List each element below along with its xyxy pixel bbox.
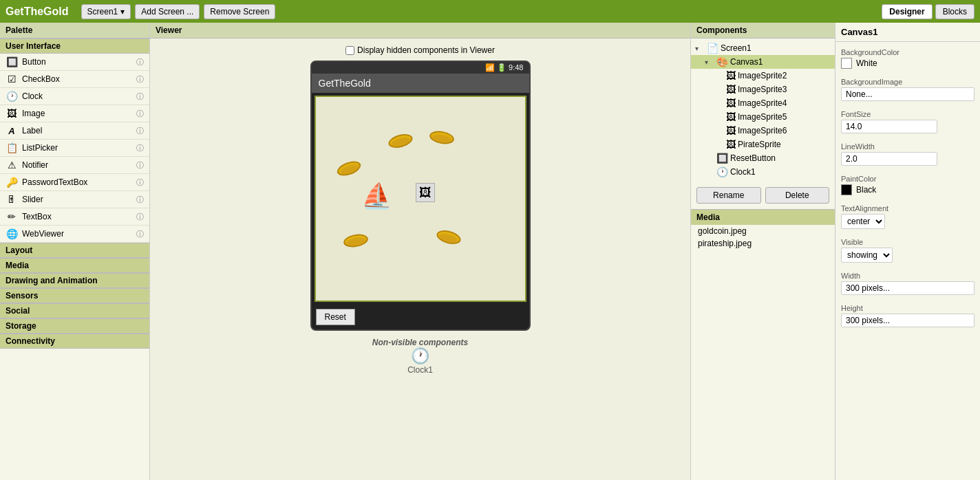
info-icon-5[interactable]: ⓘ — [136, 126, 144, 136]
palette-item-slider[interactable]: 🎚 Slider ⓘ — [0, 191, 149, 208]
resetbtn-icon: 🔲 — [716, 153, 728, 164]
visible-select[interactable]: showing hidden — [841, 248, 893, 263]
bg-image-label: BackgroundImage — [841, 78, 974, 86]
screen-selector[interactable]: Screen1 ▾ — [81, 4, 131, 19]
paint-color-text: Black — [856, 185, 876, 195]
canvas1-icon: 🎨 — [716, 56, 728, 67]
palette-item-checkbox[interactable]: ☑ CheckBox ⓘ — [0, 71, 149, 88]
reset-button-phone[interactable]: Reset — [312, 305, 529, 329]
blocks-button[interactable]: Blocks — [935, 4, 974, 19]
info-icon-7[interactable]: ⓘ — [136, 160, 144, 171]
tree-item-imagesprite6[interactable]: ▾ 🖼 ImageSprite6 — [691, 124, 835, 138]
phone-app-title: GetTheGold — [312, 74, 529, 93]
info-icon-3[interactable]: ⓘ — [136, 91, 144, 102]
textalign-label: TextAlignment — [841, 204, 974, 212]
fontsize-label: FontSize — [841, 110, 974, 118]
app-title: GetTheGold — [6, 6, 69, 18]
bg-color-label: BackgroundColor — [841, 48, 974, 56]
info-icon-2[interactable]: ⓘ — [136, 74, 144, 85]
palette-item-notifier[interactable]: ⚠ Notifier ⓘ — [0, 157, 149, 174]
tree-item-clock1[interactable]: ▾ 🕐 Clock1 — [691, 165, 835, 179]
tree-item-imagesprite2[interactable]: ▾ 🖼 ImageSprite2 — [691, 69, 835, 83]
sprite-icon-3: 🖼 — [726, 84, 736, 95]
status-icons: 📶 🔋 9:48 — [485, 63, 524, 72]
section-user-interface[interactable]: User Interface — [0, 39, 149, 54]
button-icon: 🔲 — [6, 56, 18, 68]
sprite-icon-2: 🖼 — [726, 70, 736, 81]
properties-panel: Canvas1 BackgroundColor White Background… — [835, 23, 980, 480]
section-storage[interactable]: Storage — [0, 318, 149, 334]
coin-1 — [387, 132, 414, 151]
palette-item-label[interactable]: A Label ⓘ — [0, 122, 149, 140]
info-icon[interactable]: ⓘ — [136, 57, 144, 67]
prop-paintcolor: PaintColor Black — [835, 168, 980, 198]
image-icon: 🖼 — [6, 107, 18, 120]
prop-width: Width — [835, 265, 980, 298]
section-drawing[interactable]: Drawing and Animation — [0, 273, 149, 288]
section-connectivity[interactable]: Connectivity — [0, 334, 149, 349]
palette-item-listpicker[interactable]: 📋 ListPicker ⓘ — [0, 140, 149, 157]
info-icon-9[interactable]: ⓘ — [136, 195, 144, 205]
palette-panel: Palette User Interface 🔲 Button ⓘ ☑ Chec… — [0, 23, 150, 480]
palette-item-webviewer[interactable]: 🌐 WebViewer ⓘ — [0, 226, 149, 243]
width-input[interactable] — [841, 281, 974, 295]
tree-item-canvas1[interactable]: ▾ 🎨 Canvas1 — [691, 55, 835, 69]
section-social[interactable]: Social — [0, 303, 149, 318]
clock-icon-nv: 🕐 — [372, 347, 468, 365]
info-icon-11[interactable]: ⓘ — [136, 229, 144, 239]
prop-height: Height — [835, 298, 980, 330]
media-item-pirateship: pirateship.jpeg — [691, 237, 835, 250]
hidden-components-checkbox[interactable] — [345, 46, 354, 55]
add-screen-button[interactable]: Add Screen ... — [135, 4, 200, 19]
topbar: GetTheGold Screen1 ▾ Add Screen ... Remo… — [0, 0, 980, 23]
prop-fontsize: FontSize — [835, 104, 980, 136]
tree-item-imagesprite3[interactable]: ▾ 🖼 ImageSprite3 — [691, 83, 835, 96]
delete-button[interactable]: Delete — [765, 187, 830, 204]
textalign-select[interactable]: center left right — [841, 214, 885, 229]
pirate-icon: 🖼 — [726, 139, 736, 150]
bg-color-text: White — [856, 58, 877, 68]
media-item-goldcoin: goldcoin.jpeg — [691, 225, 835, 237]
expand-icon-canvas: ▾ — [705, 58, 714, 66]
palette-item-passwordtextbox[interactable]: 🔑 PasswordTextBox ⓘ — [0, 174, 149, 191]
height-input[interactable] — [841, 314, 974, 327]
section-layout[interactable]: Layout — [0, 243, 149, 258]
palette-item-image[interactable]: 🖼 Image ⓘ — [0, 105, 149, 122]
remove-screen-button[interactable]: Remove Screen — [204, 4, 275, 19]
tree-item-piratesprite[interactable]: ▾ 🖼 PirateSprite — [691, 138, 835, 151]
rename-button[interactable]: Rename — [696, 187, 761, 204]
checkbox-icon: ☑ — [6, 73, 18, 85]
tree-item-screen1[interactable]: ▾ 📄 Screen1 — [691, 41, 835, 55]
section-sensors[interactable]: Sensors — [0, 288, 149, 303]
listpicker-icon: 📋 — [6, 142, 18, 154]
viewer-header: Viewer — [150, 23, 690, 39]
info-icon-4[interactable]: ⓘ — [136, 109, 144, 119]
prop-background-image: BackgroundImage — [835, 72, 980, 104]
tree-item-resetbutton[interactable]: ▾ 🔲 ResetButton — [691, 151, 835, 165]
palette-item-textbox[interactable]: ✏ TextBox ⓘ — [0, 208, 149, 226]
coin-3 — [335, 158, 363, 178]
linewidth-input[interactable] — [841, 152, 937, 166]
palette-item-button[interactable]: 🔲 Button ⓘ — [0, 54, 149, 71]
component-tree: ▾ 📄 Screen1 ▾ 🎨 Canvas1 ▾ 🖼 ImageSprite2… — [691, 39, 835, 182]
palette-item-clock[interactable]: 🕐 Clock ⓘ — [0, 88, 149, 105]
designer-button[interactable]: Designer — [882, 4, 932, 19]
section-media[interactable]: Media — [0, 258, 149, 273]
fontsize-input[interactable] — [841, 120, 937, 133]
info-icon-10[interactable]: ⓘ — [136, 212, 144, 222]
pirate-ship: ⛵ — [361, 179, 394, 212]
bg-image-input[interactable] — [841, 87, 974, 101]
info-icon-8[interactable]: ⓘ — [136, 177, 144, 188]
tree-item-imagesprite5[interactable]: ▾ 🖼 ImageSprite5 — [691, 110, 835, 124]
phone-canvas: ⛵ 🖼 — [315, 96, 526, 302]
paint-color-swatch[interactable] — [841, 184, 852, 195]
bg-color-swatch[interactable] — [841, 58, 852, 69]
palette-header: Palette — [0, 23, 149, 39]
clock1-icon: 🕐 — [716, 166, 728, 177]
non-visible-area: Non-visible components 🕐 Clock1 — [372, 331, 468, 382]
properties-title: Canvas1 — [835, 23, 980, 42]
password-icon: 🔑 — [6, 176, 18, 188]
info-icon-6[interactable]: ⓘ — [136, 143, 144, 153]
tree-item-imagesprite4[interactable]: ▾ 🖼 ImageSprite4 — [691, 96, 835, 110]
components-panel: Components ▾ 📄 Screen1 ▾ 🎨 Canvas1 ▾ 🖼 I… — [691, 23, 835, 480]
